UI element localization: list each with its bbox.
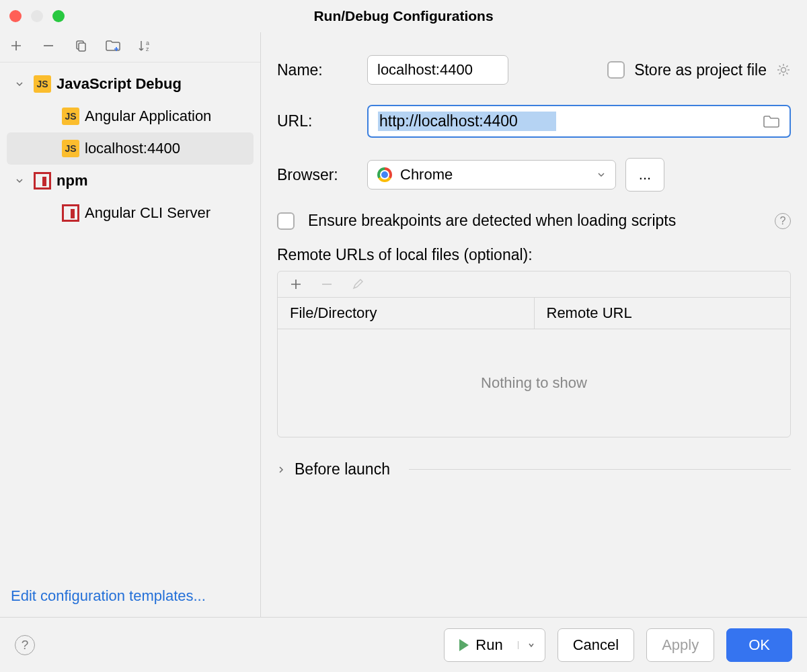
gear-icon[interactable] [776,62,791,77]
folder-icon[interactable] [763,114,780,129]
config-item-angular-app[interactable]: JS Angular Application [0,100,260,132]
cancel-button[interactable]: Cancel [558,628,634,662]
chrome-icon [377,167,392,182]
config-item-label: localhost:4400 [85,140,180,157]
run-button[interactable]: Run [445,636,517,654]
npm-icon [34,172,51,190]
run-label: Run [475,636,502,654]
config-item-label: Angular CLI Server [85,204,210,222]
sidebar-footer: Edit configuration templates... [0,575,260,617]
sidebar-toolbar: az [0,32,260,62]
store-as-project-checkbox[interactable] [607,61,625,79]
url-label: URL: [277,112,367,130]
footer: ? Run Cancel Apply OK [0,617,807,672]
js-icon: JS [62,140,79,157]
run-dropdown-button[interactable] [518,641,545,649]
close-window-button[interactable] [9,10,22,22]
sort-config-button[interactable]: az [137,38,153,54]
table-toolbar [278,271,790,298]
browser-label: Browser: [277,166,367,184]
apply-button: Apply [646,628,714,662]
chevron-down-icon [597,170,606,179]
table-empty-message: Nothing to show [278,329,790,437]
divider [409,469,791,470]
url-row: URL: [277,105,791,138]
svg-rect-1 [79,43,85,51]
config-group-label: JavaScript Debug [56,75,182,93]
store-as-project-group: Store as project file [607,61,791,79]
browser-more-button[interactable]: ... [625,158,664,192]
chevron-down-icon [12,80,27,88]
main: az JS JavaScript Debug JS Angular Applic… [0,32,807,617]
js-icon: JS [62,108,79,125]
table-add-button[interactable] [290,278,302,290]
table-header: File/Directory Remote URL [278,298,790,329]
chevron-right-icon [277,466,285,474]
browser-select[interactable]: Chrome [367,160,616,190]
url-input-wrap [367,105,791,138]
config-item-localhost-4400[interactable]: JS localhost:4400 [7,132,254,165]
svg-point-4 [781,68,786,73]
remote-urls-table: File/Directory Remote URL Nothing to sho… [277,271,791,437]
config-tree: JS JavaScript Debug JS Angular Applicati… [0,62,260,575]
window-title: Run/Debug Configurations [313,8,493,24]
npm-icon [62,204,79,222]
help-icon[interactable]: ? [775,213,791,229]
config-item-angular-cli-server[interactable]: Angular CLI Server [0,197,260,229]
config-group-npm[interactable]: npm [0,165,260,197]
copy-config-button[interactable] [73,38,89,54]
browser-value: Chrome [400,166,453,183]
before-launch-label: Before launch [295,460,390,478]
minimize-window-button[interactable] [31,10,43,22]
edit-config-templates-link[interactable]: Edit configuration templates... [11,587,206,604]
svg-text:z: z [146,46,149,52]
remove-config-button[interactable] [40,38,56,54]
window-controls [0,10,65,22]
name-row: Name: Store as project file [277,55,791,85]
help-button[interactable]: ? [15,635,35,655]
store-as-project-label: Store as project file [634,61,767,79]
breakpoints-checkbox[interactable] [277,212,295,230]
content-panel: Name: Store as project file URL: Brows [261,32,807,617]
remote-urls-label: Remote URLs of local files (optional): [277,246,791,264]
name-label: Name: [277,61,367,79]
config-group-label: npm [56,172,87,190]
table-remove-button[interactable] [321,278,333,290]
browser-row: Browser: Chrome ... [277,158,791,192]
config-group-js-debug[interactable]: JS JavaScript Debug [0,68,260,100]
breakpoints-label: Ensure breakpoints are detected when loa… [308,212,676,230]
table-edit-button[interactable] [352,278,364,290]
config-item-label: Angular Application [85,108,211,125]
name-input[interactable] [367,55,508,85]
table-col-remote-url: Remote URL [535,298,791,329]
folder-config-button[interactable] [105,38,121,54]
run-button-group: Run [444,628,545,662]
breakpoints-row: Ensure breakpoints are detected when loa… [277,212,791,230]
chevron-down-icon [12,177,27,185]
sidebar: az JS JavaScript Debug JS Angular Applic… [0,32,261,617]
footer-buttons: Run Cancel Apply OK [444,628,792,662]
play-icon [459,639,469,651]
table-col-file-dir: File/Directory [278,298,535,329]
js-icon: JS [34,75,51,93]
url-input[interactable] [378,112,556,131]
titlebar: Run/Debug Configurations [0,0,807,32]
maximize-window-button[interactable] [52,10,65,22]
add-config-button[interactable] [8,38,24,54]
before-launch-section[interactable]: Before launch [277,460,791,478]
ok-button[interactable]: OK [726,628,792,662]
